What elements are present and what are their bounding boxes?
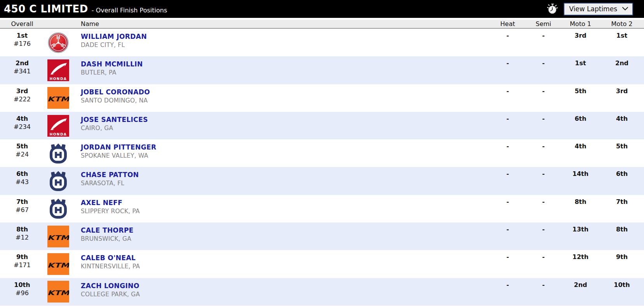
rider-number: #67 [0,206,44,214]
overall-cell: 7th #67 [0,195,44,223]
result-row: 5th #24 JORDAN PITTENGER SPOKANE VALLEY,… [0,139,644,167]
view-laptimes-select[interactable]: View Laptimes [564,3,633,16]
overall-position: 6th [0,170,44,178]
moto1-result: 4th [561,139,600,167]
race-results-panel: 450 C LIMITED - Overall Finish Positions [0,0,644,306]
moto2-result: 7th [600,195,644,223]
semi-result: - [526,278,561,306]
svg-text:HONDA: HONDA [50,132,67,136]
brand-logo-cell: KTM [44,278,75,306]
result-row: 10th #96 KTM ZACH LONGINO COLLEGE PARK, … [0,278,644,306]
rider-name-link[interactable]: ZACH LONGINO [81,282,139,290]
moto2-result: 4th [600,112,644,139]
moto1-result: 5th [561,84,600,112]
result-row: 8th #12 KTM CALE THORPE BRUNSWICK, GA - … [0,223,644,250]
rider-number: #171 [0,261,44,269]
ktm-logo: KTM [47,253,69,275]
overall-cell: 3rd #222 [0,84,44,112]
moto2-result: 6th [600,167,644,195]
overall-position: 2nd [0,59,44,67]
moto2-result: 8th [600,223,644,250]
svg-text:HONDA: HONDA [50,76,67,80]
moto1-result: 12th [561,250,600,278]
heat-result: - [490,195,526,223]
rider-name-link[interactable]: JOBEL CORONADO [81,88,150,96]
overall-position: 7th [0,198,44,206]
class-title: 450 C LIMITED [4,3,88,15]
rider-hometown: SANTO DOMINGO, NA [81,96,490,105]
svg-text:KTM: KTM [47,234,69,242]
heat-result: - [490,84,526,112]
overall-cell: 1st #176 [0,29,44,56]
rider-name-link[interactable]: CALE THORPE [81,226,134,235]
column-header-moto2: Moto 2 [600,20,644,28]
rider-hometown: SPOKANE VALLEY, WA [81,151,490,160]
rider-number: #222 [0,95,44,104]
results-table-body: 1st #176 WILLIAM JORDAN DADE C [0,29,644,306]
honda-logo: HONDA [47,59,69,81]
overall-cell: 8th #12 [0,223,44,250]
result-row: 4th #234 HONDA JOSE SANTELICES CAIRO, GA… [0,112,644,139]
rider-hometown: SARASOTA, FL [81,179,490,188]
rider-name-link[interactable]: AXEL NEFF [81,198,122,207]
rider-name-link[interactable]: CALEB O'NEAL [81,254,136,262]
moto2-result: 2nd [600,56,644,84]
moto2-result: 10th [600,278,644,306]
semi-result: - [526,223,561,250]
rider-number: #234 [0,123,44,131]
rider-name-link[interactable]: JORDAN PITTENGER [81,143,157,151]
heat-result: - [490,56,526,84]
title-bar: 450 C LIMITED - Overall Finish Positions [0,0,644,18]
result-row: 7th #67 AXEL NEFF SLIPPERY ROCK, PA - - … [0,195,644,223]
svg-text:KTM: KTM [47,261,69,269]
rider-cell: CALEB O'NEAL KINTNERSVILLE, PA [75,250,490,278]
brand-logo-cell: KTM [44,223,75,250]
semi-result: - [526,250,561,278]
brand-logo-cell [44,167,75,195]
semi-result: - [526,112,561,139]
overall-position: 8th [0,225,44,233]
rider-name-link[interactable]: WILLIAM JORDAN [81,32,147,41]
moto1-result: 6th [561,112,600,139]
rider-number: #176 [0,40,44,48]
heat-result: - [490,278,526,306]
rider-number: #24 [0,150,44,159]
rider-name-link[interactable]: DASH MCMILLIN [81,60,143,68]
rider-hometown: KINTNERSVILLE, PA [81,262,490,271]
moto1-result: 2nd [561,278,600,306]
ktm-logo: KTM [47,226,69,247]
column-header-semi: Semi [526,20,561,28]
ktm-logo: KTM [47,87,69,109]
result-row: 3rd #222 KTM JOBEL CORONADO SANTO DOMING… [0,84,644,112]
rider-number: #43 [0,178,44,186]
moto2-result: 1st [600,29,644,56]
brand-logo-cell: KTM [44,84,75,112]
moto2-result: 9th [600,250,644,278]
semi-result: - [526,29,561,56]
rider-hometown: COLLEGE PARK, GA [81,290,490,299]
moto1-result: 14th [561,167,600,195]
husqvarna-logo [47,143,69,164]
rider-hometown: BUTLER, PA [81,68,490,77]
rider-cell: CALE THORPE BRUNSWICK, GA [75,223,490,250]
heat-result: - [490,223,526,250]
semi-result: - [526,56,561,84]
rider-cell: DASH MCMILLIN BUTLER, PA [75,56,490,84]
heat-result: - [490,167,526,195]
semi-result: - [526,84,561,112]
rider-name-link[interactable]: JOSE SANTELICES [81,115,148,124]
brand-logo-cell [44,139,75,167]
rider-cell: CHASE PATTON SARASOTA, FL [75,167,490,195]
rider-cell: JOSE SANTELICES CAIRO, GA [75,112,490,139]
overall-position: 5th [0,142,44,150]
column-header-moto1: Moto 1 [561,20,600,28]
overall-position: 10th [0,281,44,289]
rider-name-link[interactable]: CHASE PATTON [81,170,139,179]
rider-number: #341 [0,67,44,76]
overall-cell: 2nd #341 [0,56,44,84]
yamaha-logo [47,32,69,54]
table-header: Overall Name Heat Semi Moto 1 Moto 2 [0,20,644,29]
brand-logo-cell [44,29,75,56]
column-header-heat: Heat [490,20,526,28]
overall-position: 1st [0,31,44,40]
